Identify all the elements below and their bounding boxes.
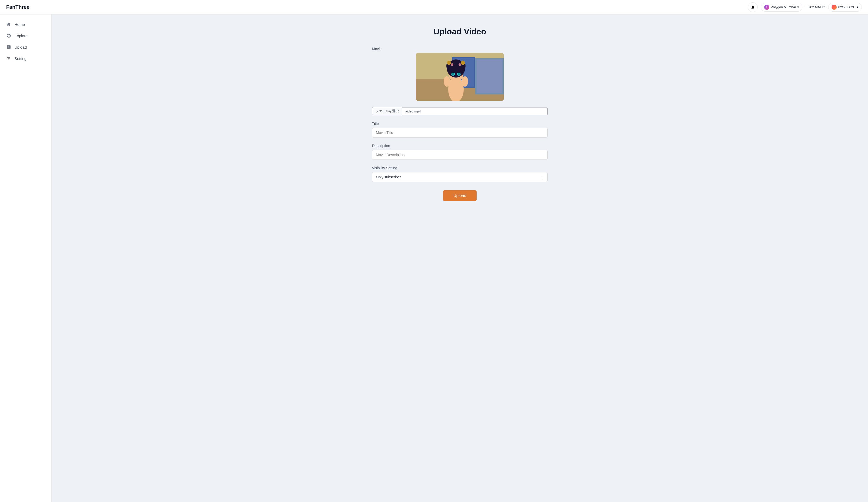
home-icon (6, 22, 11, 27)
svg-rect-24 (464, 78, 465, 81)
wallet-chevron-icon: ▾ (857, 5, 858, 9)
sidebar-item-explore[interactable]: Explore (0, 30, 51, 41)
sidebar-label-home: Home (14, 22, 25, 27)
matic-balance: 0.702 MATIC (805, 5, 825, 9)
page-title: Upload Video (372, 27, 548, 37)
title-input[interactable] (372, 128, 548, 138)
svg-rect-22 (446, 76, 447, 80)
svg-rect-23 (462, 76, 463, 80)
sidebar-item-upload[interactable]: Upload (0, 41, 51, 53)
polygon-icon: P (764, 4, 769, 10)
header: FanThree P Polygon Mumbai ▾ 0.702 MATIC … (0, 0, 868, 14)
file-input-section: ファイルを選択 video.mp4 (372, 107, 548, 115)
wallet-avatar (831, 4, 837, 10)
sidebar-label-upload: Upload (14, 45, 27, 49)
header-actions: P Polygon Mumbai ▾ 0.702 MATIC 0xf5...66… (748, 2, 862, 12)
network-label: Polygon Mumbai (771, 5, 796, 9)
description-section: Description (372, 144, 548, 160)
svg-point-17 (452, 73, 454, 75)
bell-icon (751, 5, 755, 9)
upload-icon (6, 44, 11, 50)
notification-bell-button[interactable] (748, 2, 758, 12)
video-preview (416, 53, 504, 101)
svg-point-11 (447, 61, 451, 65)
visibility-select[interactable]: Only subscriber Public Private (372, 172, 548, 182)
title-section: Title (372, 121, 548, 138)
file-input-wrapper: ファイルを選択 video.mp4 (372, 107, 548, 115)
svg-point-18 (458, 73, 460, 75)
svg-point-12 (461, 61, 465, 65)
svg-rect-3 (477, 59, 503, 93)
video-art-svg (416, 53, 504, 101)
sidebar: Home Explore Upload Setting (0, 14, 52, 502)
wallet-address-label: 0xf5...662F (838, 5, 855, 9)
movie-section: Movie (372, 47, 548, 101)
sidebar-item-setting[interactable]: Setting (0, 53, 51, 64)
svg-point-13 (451, 63, 453, 66)
description-input[interactable] (372, 150, 548, 160)
wallet-address-button[interactable]: 0xf5...662F ▾ (828, 3, 862, 12)
visibility-select-wrapper: Only subscriber Public Private ⌄ (372, 172, 548, 182)
video-thumbnail (416, 53, 504, 101)
explore-icon (6, 33, 11, 38)
svg-rect-21 (444, 78, 445, 81)
network-selector-button[interactable]: P Polygon Mumbai ▾ (761, 3, 803, 12)
title-label: Title (372, 121, 548, 126)
description-label: Description (372, 144, 548, 148)
file-choose-button[interactable]: ファイルを選択 (372, 107, 402, 115)
main-content: Upload Video Movie (52, 14, 868, 502)
sidebar-item-home[interactable]: Home (0, 19, 51, 30)
svg-point-14 (458, 63, 461, 66)
sidebar-label-setting: Setting (14, 56, 27, 61)
file-name-display: video.mp4 (402, 108, 548, 115)
sidebar-label-explore: Explore (14, 33, 28, 38)
upload-form: Upload Video Movie (372, 27, 548, 490)
app-logo: FanThree (6, 4, 30, 10)
setting-icon (6, 56, 11, 61)
visibility-section: Visibility Setting Only subscriber Publi… (372, 166, 548, 182)
visibility-label: Visibility Setting (372, 166, 548, 170)
upload-button[interactable]: Upload (443, 190, 477, 201)
network-chevron-icon: ▾ (797, 5, 799, 9)
movie-label: Movie (372, 47, 548, 51)
